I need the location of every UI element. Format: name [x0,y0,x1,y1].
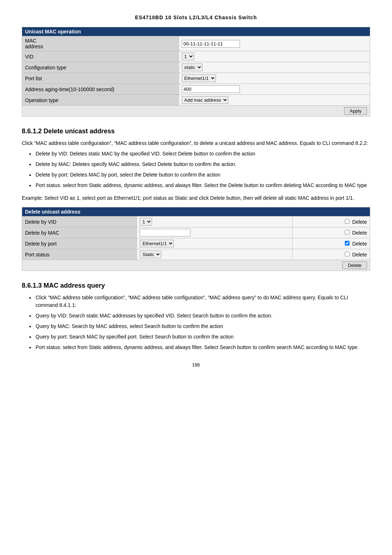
aging-time-label: Address aging-time(10-100000 second) [22,84,179,95]
list-item: Port status: select from Static address,… [29,344,370,351]
port-status-checkbox[interactable] [345,252,350,256]
delete-vid-select[interactable]: 1 [140,218,152,226]
mac-query-bullets: Click “MAC address table configuration”,… [29,294,370,351]
vid-label: VID [22,51,179,62]
table-row: Operation type Add mac address [22,95,370,106]
delete-vid-checkbox-label: Delete [352,219,367,225]
mac-query-heading: 8.6.1.3 MAC address query [22,282,370,289]
table-row: Configuration type static [22,62,370,73]
delete-mac-checkbox[interactable] [345,230,350,235]
config-type-label: Configuration type [22,62,179,73]
mac-address-value[interactable] [179,36,370,51]
delete-button-row: Delete [22,260,370,271]
delete-button[interactable]: Delete [342,262,367,269]
delete-intro-text: Click “MAC address table configuration”,… [22,139,370,147]
operation-type-value[interactable]: Add mac address [179,95,370,106]
delete-unicast-table: Delete unicast address Delete by VID 1 D… [22,207,370,271]
list-item: Query by MAC: Search by MAC address, sel… [29,323,370,330]
delete-vid-checkbox[interactable] [345,219,350,224]
port-list-value[interactable]: Ethernet1/1 [179,73,370,84]
port-list-label: Port list [22,73,179,84]
apply-row: Apply [22,106,370,117]
list-item: Port status: select from Static address,… [29,182,370,189]
table-row: Port status Static Delete [22,249,370,260]
vid-value[interactable]: 1 [179,51,370,62]
delete-vid-value[interactable]: 1 [137,216,293,227]
port-status-value[interactable]: Static [137,249,293,260]
delete-port-value[interactable]: Ethernet1/1 [137,238,293,249]
delete-bullets: Delete by VID: Deletes static MAC by the… [29,150,370,189]
delete-section-heading: 8.6.1.2 Delete unicast address [22,127,370,135]
delete-mac-input[interactable] [140,229,191,236]
config-type-value[interactable]: static [179,62,370,73]
operation-type-select[interactable]: Add mac address [182,96,228,104]
table-row: MACaddress [22,36,370,51]
delete-mac-checkbox-label: Delete [352,230,367,236]
page-number: 196 [22,362,370,368]
port-status-select[interactable]: Static [140,251,161,258]
list-item: Delete by port: Deletes MAC by port, sel… [29,171,370,179]
delete-vid-label: Delete by VID [22,216,137,227]
delete-port-checkbox-label: Delete [352,241,367,247]
delete-mac-value[interactable] [137,227,293,238]
apply-cell: Apply [22,106,370,117]
list-item: Query by port: Search MAC by specified p… [29,333,370,341]
delete-button-cell: Delete [22,260,370,271]
unicast-mac-table: Unicast MAC operation MACaddress VID 1 C… [22,27,370,117]
delete-example-text: Example: Select VID as 1, select port as… [22,194,370,202]
unicast-table-header: Unicast MAC operation [22,27,370,36]
table-row: Delete by port Ethernet1/1 Delete [22,238,370,249]
aging-time-value[interactable] [179,84,370,95]
config-type-select[interactable]: static [182,64,203,71]
delete-port-checkbox[interactable] [345,241,350,246]
delete-table-header: Delete unicast address [22,207,370,216]
delete-port-select[interactable]: Ethernet1/1 [140,240,174,247]
table-row: Address aging-time(10-100000 second) [22,84,370,95]
list-item: Click “MAC address table configuration”,… [29,294,370,309]
vid-select[interactable]: 1 [182,53,194,60]
delete-mac-action: Delete [293,227,370,238]
mac-address-input[interactable] [182,40,240,48]
page-header: ES4710BD 10 Slots L2/L3/L4 Chassis Switc… [22,15,370,20]
table-row: Delete by MAC Delete [22,227,370,238]
header-title: ES4710BD 10 Slots L2/L3/L4 Chassis Switc… [135,15,257,20]
table-row: Port list Ethernet1/1 [22,73,370,84]
delete-vid-action: Delete [293,216,370,227]
table-row: Delete by VID 1 Delete [22,216,370,227]
aging-time-input[interactable] [182,85,240,93]
list-item: Delete by MAC: Deletes specify MAC addre… [29,161,370,168]
port-status-checkbox-label: Delete [352,252,367,258]
mac-address-label: MACaddress [22,36,179,51]
apply-button[interactable]: Apply [344,107,367,115]
delete-port-action: Delete [293,238,370,249]
delete-mac-label: Delete by MAC [22,227,137,238]
delete-port-label: Delete by port [22,238,137,249]
port-list-select[interactable]: Ethernet1/1 [182,74,216,82]
operation-type-label: Operation type [22,95,179,106]
list-item: Delete by VID: Deletes static MAC by the… [29,150,370,158]
port-status-label: Port status [22,249,137,260]
list-item: Query by VID: Search static MAC addresse… [29,312,370,320]
port-status-action: Delete [293,249,370,260]
table-row: VID 1 [22,51,370,62]
